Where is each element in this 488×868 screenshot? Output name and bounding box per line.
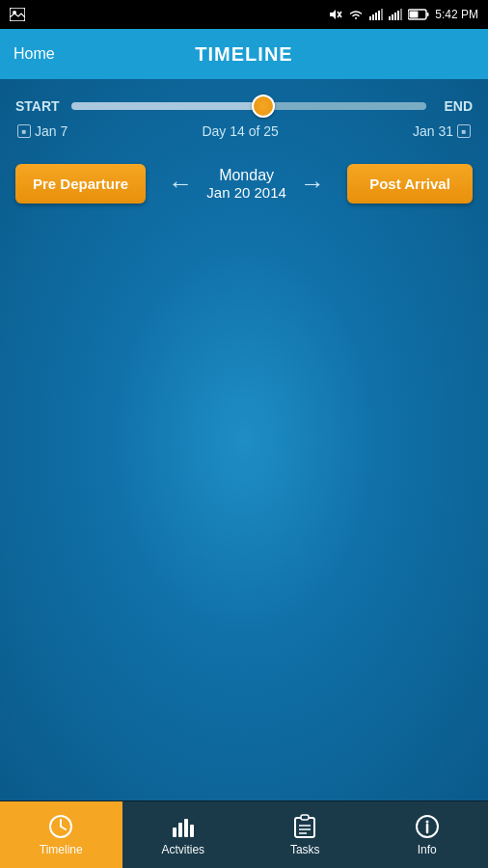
svg-marker-2 (330, 10, 336, 19)
header: Home TIMELINE (0, 29, 488, 79)
nav-center: ← Monday Jan 20 2014 → (164, 165, 329, 203)
image-icon (10, 8, 25, 21)
tab-tasks[interactable]: Tasks (244, 801, 366, 868)
svg-rect-25 (295, 818, 314, 837)
bottom-nav: Timeline Actvities Tasks Info (0, 800, 488, 868)
day-counter: Day 14 of 25 (202, 123, 278, 139)
prev-day-button[interactable]: ← (164, 165, 197, 203)
tab-activities[interactable]: Actvities (122, 801, 245, 868)
time-display: 5:42 PM (435, 8, 478, 21)
svg-rect-10 (389, 16, 391, 20)
volume-icon (329, 9, 342, 20)
slider-track (71, 102, 426, 110)
status-right: 5:42 PM (329, 8, 478, 21)
next-day-button[interactable]: → (296, 165, 329, 203)
svg-rect-22 (178, 823, 182, 837)
svg-rect-8 (378, 11, 380, 20)
svg-rect-21 (173, 827, 176, 837)
svg-rect-17 (410, 12, 419, 18)
end-date: Jan 31 ■ (413, 123, 471, 139)
svg-rect-9 (381, 9, 383, 20)
info-circle-icon (415, 814, 440, 839)
nav-row: Pre Departure ← Monday Jan 20 2014 → Pos… (15, 164, 473, 203)
svg-rect-16 (427, 13, 429, 16)
current-day: Monday (206, 167, 286, 184)
battery-icon (408, 9, 429, 20)
svg-point-32 (425, 820, 428, 823)
clock-icon (48, 814, 73, 839)
svg-rect-14 (400, 9, 402, 20)
start-label: START (15, 98, 64, 114)
start-date: ■ Jan 7 (17, 123, 68, 139)
svg-rect-11 (392, 14, 393, 20)
current-date-display: Monday Jan 20 2014 (206, 167, 286, 201)
bar-chart-icon (171, 814, 196, 839)
main-content: START END ■ Jan 7 Day 14 of 25 Jan 31 ■ … (0, 79, 488, 800)
tab-activities-label: Actvities (161, 843, 204, 856)
tab-info[interactable]: Info (366, 801, 489, 868)
end-label: END (434, 98, 473, 114)
calendar-start-icon: ■ (17, 124, 31, 138)
status-bar: 5:42 PM (0, 0, 488, 29)
wifi-icon (348, 9, 364, 20)
tab-info-label: Info (418, 843, 437, 856)
current-date: Jan 20 2014 (206, 184, 286, 201)
svg-rect-23 (184, 819, 188, 837)
svg-rect-5 (369, 16, 371, 20)
clipboard-icon (293, 814, 316, 839)
tab-timeline[interactable]: Timeline (0, 801, 122, 868)
signal-icon-1 (369, 9, 383, 20)
status-left (10, 8, 25, 21)
svg-rect-24 (190, 825, 194, 837)
signal-icon-2 (389, 9, 402, 20)
date-row: ■ Jan 7 Day 14 of 25 Jan 31 ■ (15, 123, 473, 139)
home-button[interactable]: Home (14, 45, 55, 63)
pre-departure-button[interactable]: Pre Departure (15, 164, 146, 203)
slider-section: START END ■ Jan 7 Day 14 of 25 Jan 31 ■ (15, 95, 473, 154)
slider-thumb[interactable] (252, 95, 275, 118)
svg-rect-6 (372, 14, 374, 20)
svg-rect-7 (375, 13, 377, 20)
header-title: TIMELINE (195, 43, 292, 66)
svg-rect-13 (397, 11, 399, 20)
svg-line-20 (61, 827, 66, 829)
slider-container[interactable] (71, 95, 426, 118)
svg-rect-26 (301, 815, 309, 820)
slider-row: START END (15, 95, 473, 118)
tab-tasks-label: Tasks (290, 843, 320, 856)
svg-rect-12 (394, 13, 396, 20)
post-arrival-button[interactable]: Post Arrival (347, 164, 473, 203)
tab-timeline-label: Timeline (40, 843, 83, 856)
calendar-end-icon: ■ (457, 124, 471, 138)
